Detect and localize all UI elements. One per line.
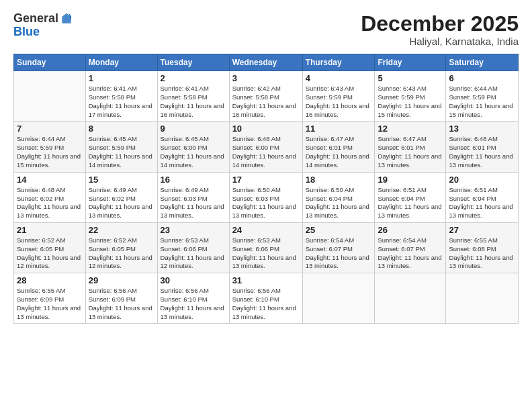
table-row: 29Sunrise: 6:56 AMSunset: 6:09 PMDayligh… bbox=[85, 273, 157, 324]
table-row: 8Sunrise: 6:45 AMSunset: 5:59 PMDaylight… bbox=[85, 122, 157, 172]
day-number: 11 bbox=[306, 124, 372, 134]
day-number: 9 bbox=[161, 124, 226, 134]
day-number: 31 bbox=[232, 275, 300, 285]
day-number: 16 bbox=[161, 175, 226, 185]
col-wednesday: Wednesday bbox=[229, 54, 302, 71]
table-row: 13Sunrise: 6:48 AMSunset: 6:01 PMDayligh… bbox=[446, 122, 519, 172]
cell-info: Sunrise: 6:53 AMSunset: 6:06 PMDaylight:… bbox=[161, 236, 226, 271]
day-number: 5 bbox=[378, 73, 443, 83]
day-number: 28 bbox=[17, 275, 83, 285]
cell-info: Sunrise: 6:43 AMSunset: 5:59 PMDaylight:… bbox=[306, 85, 372, 119]
table-row: 31Sunrise: 6:56 AMSunset: 6:10 PMDayligh… bbox=[229, 273, 302, 324]
col-monday: Monday bbox=[85, 54, 157, 71]
calendar-week-3: 14Sunrise: 6:48 AMSunset: 6:02 PMDayligh… bbox=[14, 172, 519, 222]
table-row: 5Sunrise: 6:43 AMSunset: 5:59 PMDaylight… bbox=[375, 71, 446, 122]
table-row: 1Sunrise: 6:41 AMSunset: 5:58 PMDaylight… bbox=[85, 71, 157, 122]
table-row: 11Sunrise: 6:47 AMSunset: 6:01 PMDayligh… bbox=[302, 122, 375, 172]
cell-info: Sunrise: 6:41 AMSunset: 5:58 PMDaylight:… bbox=[161, 85, 226, 119]
cell-info: Sunrise: 6:49 AMSunset: 6:03 PMDaylight:… bbox=[161, 186, 226, 220]
cell-info: Sunrise: 6:48 AMSunset: 6:01 PMDaylight:… bbox=[449, 135, 515, 169]
day-number: 3 bbox=[232, 73, 300, 83]
table-row: 3Sunrise: 6:42 AMSunset: 5:58 PMDaylight… bbox=[229, 71, 302, 122]
table-row: 10Sunrise: 6:46 AMSunset: 6:00 PMDayligh… bbox=[229, 122, 302, 172]
cell-info: Sunrise: 6:43 AMSunset: 5:59 PMDaylight:… bbox=[378, 85, 443, 119]
table-row bbox=[14, 71, 86, 122]
table-row: 16Sunrise: 6:49 AMSunset: 6:03 PMDayligh… bbox=[157, 172, 229, 222]
cell-info: Sunrise: 6:56 AMSunset: 6:09 PMDaylight:… bbox=[89, 287, 154, 321]
day-number: 2 bbox=[161, 73, 226, 83]
cell-info: Sunrise: 6:55 AMSunset: 6:08 PMDaylight:… bbox=[449, 236, 515, 271]
col-friday: Friday bbox=[375, 54, 446, 71]
day-number: 14 bbox=[17, 175, 83, 185]
table-row bbox=[375, 273, 446, 324]
table-row: 18Sunrise: 6:50 AMSunset: 6:04 PMDayligh… bbox=[302, 172, 375, 222]
day-number: 13 bbox=[449, 124, 515, 134]
table-row bbox=[302, 273, 375, 324]
cell-info: Sunrise: 6:54 AMSunset: 6:07 PMDaylight:… bbox=[306, 236, 372, 271]
cell-info: Sunrise: 6:45 AMSunset: 6:00 PMDaylight:… bbox=[161, 135, 226, 169]
day-number: 27 bbox=[449, 225, 515, 235]
day-number: 8 bbox=[89, 124, 154, 134]
table-row: 21Sunrise: 6:52 AMSunset: 6:05 PMDayligh… bbox=[14, 222, 86, 273]
col-sunday: Sunday bbox=[14, 54, 86, 71]
table-row: 15Sunrise: 6:49 AMSunset: 6:02 PMDayligh… bbox=[85, 172, 157, 222]
cell-info: Sunrise: 6:44 AMSunset: 5:59 PMDaylight:… bbox=[17, 135, 83, 169]
cell-info: Sunrise: 6:54 AMSunset: 6:07 PMDaylight:… bbox=[378, 236, 443, 271]
cell-info: Sunrise: 6:50 AMSunset: 6:03 PMDaylight:… bbox=[232, 186, 300, 220]
table-row: 30Sunrise: 6:56 AMSunset: 6:10 PMDayligh… bbox=[157, 273, 229, 324]
title-section: December 2025 Haliyal, Karnataka, India bbox=[361, 12, 519, 47]
table-row: 4Sunrise: 6:43 AMSunset: 5:59 PMDaylight… bbox=[302, 71, 375, 122]
cell-info: Sunrise: 6:51 AMSunset: 6:04 PMDaylight:… bbox=[378, 186, 443, 220]
table-row: 22Sunrise: 6:52 AMSunset: 6:05 PMDayligh… bbox=[85, 222, 157, 273]
day-number: 1 bbox=[89, 73, 154, 83]
table-row: 26Sunrise: 6:54 AMSunset: 6:07 PMDayligh… bbox=[375, 222, 446, 273]
day-number: 15 bbox=[89, 175, 154, 185]
cell-info: Sunrise: 6:51 AMSunset: 6:04 PMDaylight:… bbox=[449, 186, 515, 220]
calendar-week-1: 1Sunrise: 6:41 AMSunset: 5:58 PMDaylight… bbox=[14, 71, 519, 122]
table-row: 2Sunrise: 6:41 AMSunset: 5:58 PMDaylight… bbox=[157, 71, 229, 122]
table-row: 27Sunrise: 6:55 AMSunset: 6:08 PMDayligh… bbox=[446, 222, 519, 273]
day-number: 12 bbox=[378, 124, 443, 134]
table-row: 25Sunrise: 6:54 AMSunset: 6:07 PMDayligh… bbox=[302, 222, 375, 273]
cell-info: Sunrise: 6:53 AMSunset: 6:06 PMDaylight:… bbox=[232, 236, 300, 271]
table-row: 12Sunrise: 6:47 AMSunset: 6:01 PMDayligh… bbox=[375, 122, 446, 172]
table-row: 28Sunrise: 6:55 AMSunset: 6:09 PMDayligh… bbox=[14, 273, 86, 324]
calendar-week-2: 7Sunrise: 6:44 AMSunset: 5:59 PMDaylight… bbox=[14, 122, 519, 172]
cell-info: Sunrise: 6:47 AMSunset: 6:01 PMDaylight:… bbox=[306, 135, 372, 169]
day-number: 21 bbox=[17, 225, 83, 235]
table-row: 24Sunrise: 6:53 AMSunset: 6:06 PMDayligh… bbox=[229, 222, 302, 273]
col-thursday: Thursday bbox=[302, 54, 375, 71]
table-row: 20Sunrise: 6:51 AMSunset: 6:04 PMDayligh… bbox=[446, 172, 519, 222]
table-row: 19Sunrise: 6:51 AMSunset: 6:04 PMDayligh… bbox=[375, 172, 446, 222]
cell-info: Sunrise: 6:55 AMSunset: 6:09 PMDaylight:… bbox=[17, 287, 83, 321]
day-number: 26 bbox=[378, 225, 443, 235]
cell-info: Sunrise: 6:44 AMSunset: 5:59 PMDaylight:… bbox=[449, 85, 515, 119]
table-row: 9Sunrise: 6:45 AMSunset: 6:00 PMDaylight… bbox=[157, 122, 229, 172]
day-number: 29 bbox=[89, 275, 154, 285]
location: Haliyal, Karnataka, India bbox=[361, 36, 519, 47]
logo: General Blue bbox=[13, 12, 73, 39]
col-saturday: Saturday bbox=[446, 54, 519, 71]
table-row: 14Sunrise: 6:48 AMSunset: 6:02 PMDayligh… bbox=[14, 172, 86, 222]
day-number: 18 bbox=[306, 175, 372, 185]
cell-info: Sunrise: 6:50 AMSunset: 6:04 PMDaylight:… bbox=[306, 186, 372, 220]
day-number: 6 bbox=[449, 73, 515, 83]
cell-info: Sunrise: 6:48 AMSunset: 6:02 PMDaylight:… bbox=[17, 186, 83, 220]
month-title: December 2025 bbox=[361, 12, 519, 36]
cell-info: Sunrise: 6:42 AMSunset: 5:58 PMDaylight:… bbox=[232, 85, 300, 119]
calendar-table: Sunday Monday Tuesday Wednesday Thursday… bbox=[13, 54, 519, 324]
day-number: 4 bbox=[306, 73, 372, 83]
col-tuesday: Tuesday bbox=[157, 54, 229, 71]
day-number: 19 bbox=[378, 175, 443, 185]
page: General Blue December 2025 Haliyal, Karn… bbox=[0, 0, 532, 411]
logo-icon bbox=[60, 12, 73, 26]
day-number: 17 bbox=[232, 175, 300, 185]
day-number: 20 bbox=[449, 175, 515, 185]
cell-info: Sunrise: 6:41 AMSunset: 5:58 PMDaylight:… bbox=[89, 85, 154, 119]
day-number: 22 bbox=[89, 225, 154, 235]
table-row: 17Sunrise: 6:50 AMSunset: 6:03 PMDayligh… bbox=[229, 172, 302, 222]
cell-info: Sunrise: 6:56 AMSunset: 6:10 PMDaylight:… bbox=[232, 287, 300, 321]
logo-blue: Blue bbox=[13, 25, 40, 38]
table-row bbox=[446, 273, 519, 324]
day-number: 30 bbox=[161, 275, 226, 285]
